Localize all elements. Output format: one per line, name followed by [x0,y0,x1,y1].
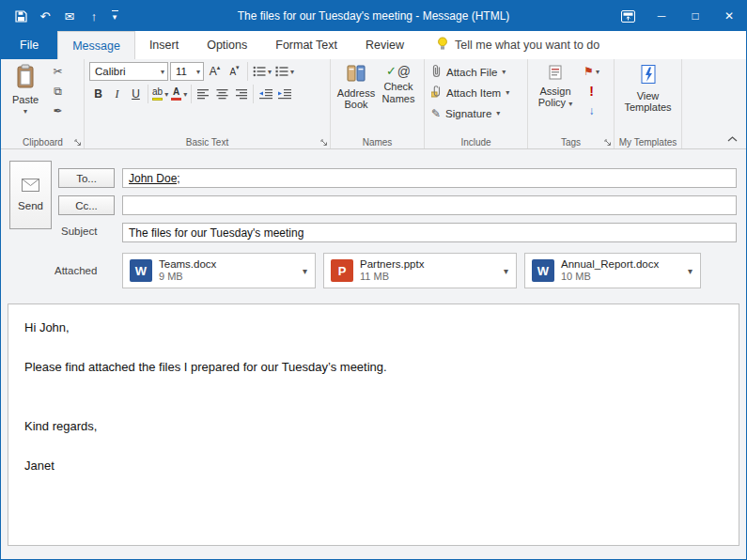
include-group-label: Include [425,137,527,148]
align-center-button[interactable] [213,85,231,103]
check-names-label: Check Names [379,81,418,104]
paperclip-item-icon [431,85,442,101]
tab-options[interactable]: Options [193,31,261,59]
address-book-button[interactable]: Address Book [335,62,377,133]
font-family-combobox[interactable]: Calibri ▾ [89,62,168,81]
signature-button[interactable]: ✎ Signature ▾ [429,103,522,123]
align-right-button[interactable] [232,85,250,103]
increase-indent-button[interactable] [275,85,293,103]
tab-insert[interactable]: Insert [135,31,193,59]
clipboard-dialog-launcher-icon[interactable] [72,137,83,148]
font-size-value: 11 [176,66,187,77]
previous-item-icon[interactable]: ↑ [82,4,106,28]
view-templates-button[interactable]: View Templates [621,62,676,133]
titlebar: The files for our Tuesday's meeting - Me… [1,1,746,31]
attach-item-button[interactable]: Attach Item ▾ [429,83,522,102]
lightbulb-icon [437,37,448,54]
tags-dialog-launcher-icon[interactable] [602,137,613,148]
cc-field[interactable] [122,195,737,215]
message-header: Send To... John Doe; Cc... Subject The f… [1,149,746,303]
customize-qat-icon[interactable]: ▾ [106,4,123,28]
body-line [24,337,723,357]
attachment-chip[interactable]: W Teams.docx 9 MB ▾ [122,253,316,288]
ribbon-display-options-icon[interactable] [611,1,645,31]
chevron-down-icon: ▾ [496,109,500,117]
font-color-button[interactable]: A ▾ [170,85,188,103]
undo-icon[interactable]: ↶ [33,4,57,28]
body-line: Please find attached the files I prepare… [24,357,723,377]
maximize-button[interactable]: □ [678,1,712,31]
shrink-font-button[interactable]: A▾ [226,62,243,81]
subject-field[interactable]: The files for our Tuesday's meeting [122,223,737,242]
down-triangle-icon: ▾ [236,64,240,71]
high-importance-button[interactable]: ! [582,82,601,101]
body-area: Hi John, Please find attached the files … [1,303,746,546]
save-icon[interactable] [8,4,33,28]
bullets-button[interactable]: ▾ [252,62,272,81]
attachment-dropdown-icon[interactable]: ▾ [499,254,513,288]
attachment-chip[interactable]: W Annual_Report.docx 10 MB ▾ [524,253,701,288]
assign-policy-label: Assign Policy ▾ [533,86,578,109]
clipboard-group-label: Clipboard [2,137,84,148]
grow-font-button[interactable]: A▴ [206,62,224,81]
chevron-down-icon: ▾ [194,68,200,76]
cc-button[interactable]: Cc... [58,195,115,215]
underline-button[interactable]: U [127,85,145,103]
attachment-size: 11 MB [360,271,424,284]
attachment-name: Partners.pptx [360,257,424,271]
tell-me-box[interactable]: Tell me what you want to do [437,31,599,59]
font-color-icon: A [171,87,181,101]
ribbon: Paste ▾ ✂ ⧉ ✒ Clipboard Calibri ▾ [1,59,746,149]
mail-icon[interactable]: ✉ [57,4,82,28]
tab-review[interactable]: Review [351,31,418,59]
to-button[interactable]: To... [58,168,115,188]
grow-font-letter: A [210,65,217,78]
address-book-icon [346,64,366,86]
recipient-chip[interactable]: John Doe; [129,172,180,185]
body-line [24,377,723,397]
format-painter-icon[interactable]: ✒ [48,101,68,120]
copy-icon[interactable]: ⧉ [48,82,68,101]
check-names-button[interactable]: ✓@ Check Names [379,62,418,133]
attachment-dropdown-icon[interactable]: ▾ [683,254,697,288]
decrease-indent-button[interactable] [257,85,274,103]
align-left-button[interactable] [195,85,212,103]
message-body-editor[interactable]: Hi John, Please find attached the files … [8,303,739,546]
minimize-button[interactable]: ─ [645,1,678,31]
follow-up-flag-button[interactable]: ⚑▾ [582,62,601,81]
attachment-dropdown-icon[interactable]: ▾ [298,254,312,288]
attachment-chip[interactable]: P Partners.pptx 11 MB ▾ [323,253,517,288]
paperclip-icon [431,64,442,80]
paste-clipboard-icon [16,64,35,92]
caret-glyph: ▾ [113,12,117,22]
tab-file[interactable]: File [1,31,57,59]
signature-label: Signature [445,108,491,119]
numbering-button[interactable]: ▾ [274,62,295,81]
chevron-down-icon: ▾ [164,90,168,99]
attach-file-button[interactable]: Attach File ▾ [429,62,522,82]
chevron-down-icon: ▾ [290,68,294,76]
tell-me-label: Tell me what you want to do [455,39,599,52]
caret-bar [112,10,118,11]
font-size-combobox[interactable]: 11 ▾ [170,62,204,81]
basic-text-dialog-launcher-icon[interactable] [319,137,329,148]
body-line: Hi John, [24,318,723,337]
tab-format-text[interactable]: Format Text [261,31,351,59]
message-window: The files for our Tuesday's meeting - Me… [0,0,747,560]
bold-button[interactable]: B [89,85,107,103]
tags-group-label: Tags [528,137,614,148]
close-button[interactable]: ✕ [712,1,746,31]
quick-access-toolbar: ↶ ✉ ↑ ▾ [1,4,123,28]
attached-label: Attached [54,265,97,276]
send-button[interactable]: Send [9,161,52,229]
highlight-color-button[interactable]: ab ▾ [151,85,169,103]
tab-message[interactable]: Message [57,31,135,59]
collapse-ribbon-icon[interactable] [724,133,739,145]
paste-button[interactable]: Paste ▾ [7,62,44,117]
assign-policy-button[interactable]: Assign Policy ▾ [533,62,578,133]
word-file-icon: W [130,259,152,282]
cut-icon[interactable]: ✂ [48,62,68,81]
italic-button[interactable]: I [108,85,126,103]
low-importance-button[interactable]: ↓ [582,101,601,120]
to-field[interactable]: John Doe; [122,168,737,188]
